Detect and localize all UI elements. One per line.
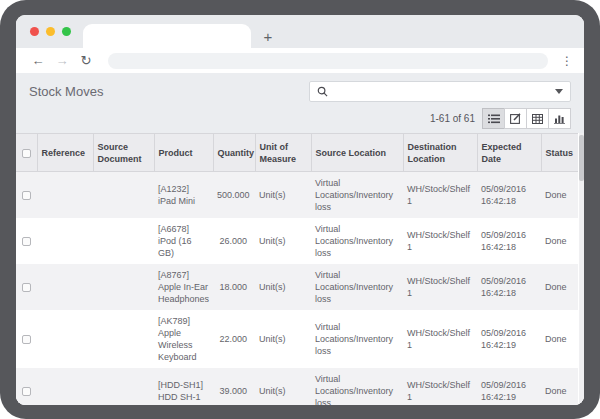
cell-unit-of-measure: Unit(s) bbox=[255, 172, 311, 219]
cell-source-location: Virtual Locations/Inventory loss bbox=[311, 264, 403, 310]
cell-source-document bbox=[93, 264, 154, 310]
column-header-expected-date[interactable]: Expected Date bbox=[477, 134, 541, 172]
cell-unit-of-measure: Unit(s) bbox=[255, 310, 311, 368]
form-view-icon bbox=[510, 113, 521, 124]
table-row[interactable]: [A6678] iPod (16 GB) 26.000 Unit(s) Virt… bbox=[16, 218, 578, 264]
search-input[interactable] bbox=[333, 85, 555, 98]
cell-expected-date: 05/09/2016 16:42:19 bbox=[477, 310, 541, 368]
pager-range: 1-61 of 61 bbox=[430, 113, 475, 124]
row-checkbox[interactable] bbox=[22, 387, 31, 396]
new-tab-button[interactable]: + bbox=[251, 24, 285, 48]
cell-status: Done bbox=[541, 218, 578, 264]
close-window-button[interactable] bbox=[30, 27, 39, 36]
table-body: [A1232] iPad Mini 500.000 Unit(s) Virtua… bbox=[16, 172, 578, 406]
cell-expected-date: 05/09/2016 16:42:18 bbox=[477, 218, 541, 264]
cell-quantity: 39.000 bbox=[213, 368, 255, 405]
column-header-source-document[interactable]: Source Document bbox=[93, 134, 154, 172]
cell-quantity: 500.000 bbox=[213, 172, 255, 219]
cell-product: [A6678] iPod (16 GB) bbox=[154, 218, 213, 264]
table-row[interactable]: [HDD-SH1] HDD SH-1 39.000 Unit(s) Virtua… bbox=[16, 368, 578, 405]
refresh-icon[interactable]: ↻ bbox=[76, 53, 96, 68]
cell-source-document bbox=[93, 218, 154, 264]
page-title: Stock Moves bbox=[29, 84, 103, 99]
cell-source-document bbox=[93, 310, 154, 368]
cell-reference bbox=[37, 218, 93, 264]
search-box[interactable] bbox=[309, 81, 571, 102]
cell-source-location: Virtual Locations/Inventory loss bbox=[311, 172, 403, 219]
browser-navbar: ← → ↻ ⋮ bbox=[16, 48, 584, 73]
window-controls bbox=[16, 15, 83, 48]
list-view-button[interactable] bbox=[482, 108, 505, 129]
stock-moves-list: Reference Source Document Product Quanti… bbox=[16, 133, 584, 405]
cell-quantity: 18.000 bbox=[213, 264, 255, 310]
column-header-destination-location[interactable]: Destination Location bbox=[403, 134, 477, 172]
cell-product: [AK789] Apple Wireless Keyboard bbox=[154, 310, 213, 368]
column-header-quantity[interactable]: Quantity bbox=[213, 134, 255, 172]
search-icon bbox=[317, 86, 328, 97]
browser-tab[interactable] bbox=[83, 24, 251, 48]
cell-destination-location: WH/Stock/Shelf 1 bbox=[403, 310, 477, 368]
search-dropdown-icon[interactable] bbox=[555, 89, 563, 94]
cell-reference bbox=[37, 310, 93, 368]
cell-source-document bbox=[93, 172, 154, 219]
control-panel: Stock Moves 1-61 of 61 bbox=[16, 73, 584, 133]
column-header-source-location[interactable]: Source Location bbox=[311, 134, 403, 172]
cell-status: Done bbox=[541, 264, 578, 310]
cell-destination-location: WH/Stock/Shelf 1 bbox=[403, 218, 477, 264]
cell-source-document bbox=[93, 368, 154, 405]
cell-product: [A8767] Apple In-Ear Headphones bbox=[154, 264, 213, 310]
row-checkbox[interactable] bbox=[22, 335, 31, 344]
back-icon[interactable]: ← bbox=[28, 53, 48, 68]
table-row[interactable]: [AK789] Apple Wireless Keyboard 22.000 U… bbox=[16, 310, 578, 368]
column-header-unit-of-measure[interactable]: Unit of Measure bbox=[255, 134, 311, 172]
table-header-row: Reference Source Document Product Quanti… bbox=[16, 134, 578, 172]
cell-quantity: 26.000 bbox=[213, 218, 255, 264]
cell-reference bbox=[37, 368, 93, 405]
cell-expected-date: 05/09/2016 16:42:18 bbox=[477, 264, 541, 310]
table-scrollbar[interactable] bbox=[579, 133, 584, 405]
view-switcher bbox=[483, 108, 571, 129]
column-header-product[interactable]: Product bbox=[154, 134, 213, 172]
cell-unit-of-measure: Unit(s) bbox=[255, 368, 311, 405]
cell-product: [HDD-SH1] HDD SH-1 bbox=[154, 368, 213, 405]
cell-destination-location: WH/Stock/Shelf 1 bbox=[403, 264, 477, 310]
cell-source-location: Virtual Locations/Inventory loss bbox=[311, 368, 403, 405]
cell-product: [A1232] iPad Mini bbox=[154, 172, 213, 219]
column-header-status[interactable]: Status bbox=[541, 134, 578, 172]
forward-icon[interactable]: → bbox=[52, 53, 72, 68]
cell-status: Done bbox=[541, 172, 578, 219]
cell-reference bbox=[37, 172, 93, 219]
address-bar[interactable] bbox=[108, 53, 548, 69]
table-row[interactable]: [A1232] iPad Mini 500.000 Unit(s) Virtua… bbox=[16, 172, 578, 219]
cell-status: Done bbox=[541, 310, 578, 368]
select-all-checkbox[interactable] bbox=[22, 149, 31, 158]
kanban-view-button[interactable] bbox=[526, 108, 549, 129]
browser-menu-icon[interactable]: ⋮ bbox=[560, 54, 574, 68]
list-view-icon bbox=[488, 114, 500, 124]
maximize-window-button[interactable] bbox=[62, 27, 71, 36]
table-row[interactable]: [A8767] Apple In-Ear Headphones 18.000 U… bbox=[16, 264, 578, 310]
cell-destination-location: WH/Stock/Shelf 1 bbox=[403, 368, 477, 405]
row-checkbox[interactable] bbox=[22, 283, 31, 292]
stock-moves-table: Reference Source Document Product Quanti… bbox=[16, 133, 578, 405]
tab-strip: + bbox=[16, 15, 584, 48]
graph-view-button[interactable] bbox=[548, 108, 571, 129]
cell-expected-date: 05/09/2016 16:42:18 bbox=[477, 172, 541, 219]
cell-expected-date: 05/09/2016 16:42:19 bbox=[477, 368, 541, 405]
browser-window-frame: + ← → ↻ ⋮ Stock Moves bbox=[0, 0, 600, 419]
cell-unit-of-measure: Unit(s) bbox=[255, 218, 311, 264]
cell-reference bbox=[37, 264, 93, 310]
row-checkbox[interactable] bbox=[22, 237, 31, 246]
scrollbar-thumb[interactable] bbox=[579, 135, 584, 181]
kanban-view-icon bbox=[532, 114, 543, 124]
cell-unit-of-measure: Unit(s) bbox=[255, 264, 311, 310]
graph-view-icon bbox=[554, 114, 565, 124]
form-view-button[interactable] bbox=[504, 108, 527, 129]
column-header-reference[interactable]: Reference bbox=[37, 134, 93, 172]
cell-quantity: 22.000 bbox=[213, 310, 255, 368]
cell-destination-location: WH/Stock/Shelf 1 bbox=[403, 172, 477, 219]
browser-window: + ← → ↻ ⋮ Stock Moves bbox=[16, 15, 584, 405]
minimize-window-button[interactable] bbox=[46, 27, 55, 36]
row-checkbox[interactable] bbox=[22, 191, 31, 200]
cell-status: Done bbox=[541, 368, 578, 405]
